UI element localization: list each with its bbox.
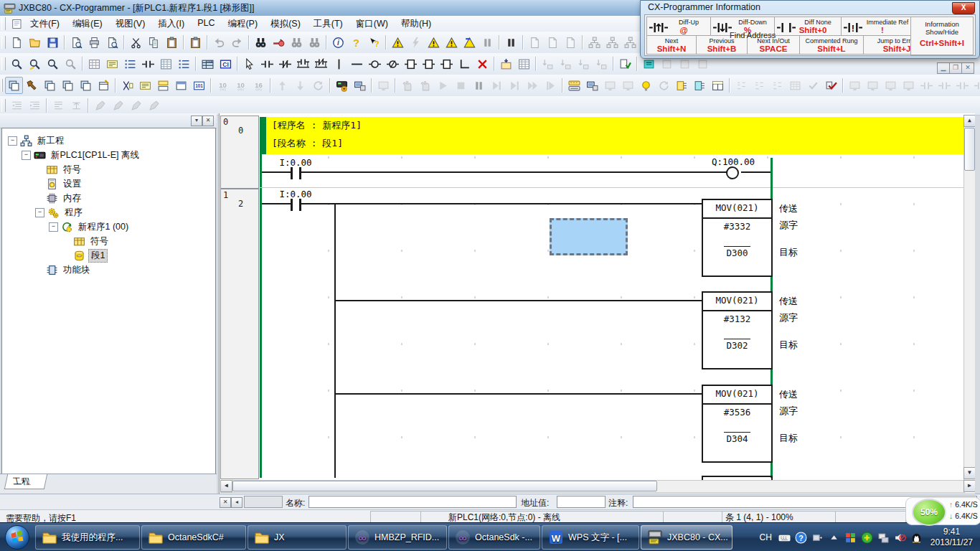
source-operand[interactable]: #3132: [703, 314, 771, 324]
shortcut-Diff None[interactable]: Diff NoneShift+0: [774, 17, 842, 36]
tree-item-label[interactable]: 符号: [88, 235, 110, 248]
output-coil[interactable]: [726, 166, 739, 179]
tree-item-内存[interactable]: 内存: [2, 192, 83, 205]
zoom-out-button[interactable]: [44, 55, 62, 72]
child-minimize-button[interactable]: ▁: [937, 62, 950, 74]
tree-item-符号[interactable]: 符号: [2, 235, 110, 248]
program-check-button[interactable]: [616, 55, 634, 72]
name-input[interactable]: [308, 496, 517, 508]
zoom-in-button[interactable]: [8, 55, 26, 72]
selection-mode-button[interactable]: [240, 55, 258, 72]
ime-pad-tray-icon[interactable]: [844, 532, 857, 544]
print-preview-button[interactable]: [103, 34, 121, 51]
taskbar-button-WPS 文字 - [...[interactable]: WWPS 文字 - [...: [542, 525, 639, 550]
window-cascade-button[interactable]: [5, 77, 23, 94]
tree-expander[interactable]: −: [8, 136, 17, 146]
tree-item-label[interactable]: 功能块: [61, 264, 93, 276]
error-save-button[interactable]: [443, 34, 461, 51]
key-monitor-button[interactable]: [565, 77, 583, 94]
workspace-tree-button[interactable]: [175, 55, 193, 72]
tree-item-label[interactable]: 设置: [61, 178, 83, 190]
vertical-line-button[interactable]: [330, 55, 348, 72]
mdi-child-icon[interactable]: [11, 19, 24, 29]
child-close-button[interactable]: ✕: [961, 62, 974, 74]
find-button[interactable]: [252, 34, 270, 51]
tree-item-功能块[interactable]: 功能块: [2, 263, 93, 277]
rung-annotation-button[interactable]: [121, 55, 139, 72]
ci-view-button[interactable]: CI: [217, 55, 235, 72]
open-file-button[interactable]: [26, 34, 44, 51]
monitor-block-button[interactable]: [157, 55, 175, 72]
ladder-editor[interactable]: 0012[程序名 : 新程序1][段名称 : 段1]I:0.00Q:100.00…: [219, 113, 975, 494]
shortcut-Commented Rung[interactable]: Commented RungShift+L: [799, 35, 864, 55]
help-button[interactable]: ?: [347, 34, 365, 51]
shortcut-Diff-Up[interactable]: Diff-Up@: [646, 17, 711, 36]
pc-plc-link-button[interactable]: [583, 77, 601, 94]
menu-1[interactable]: 文件(F): [24, 17, 66, 32]
tree-expander[interactable]: −: [22, 151, 31, 160]
tree-item-label[interactable]: 符号: [61, 164, 83, 176]
comment-list-button[interactable]: [136, 77, 154, 94]
watch-cyan-button[interactable]: [691, 77, 709, 94]
tree-item-label[interactable]: 程序: [62, 207, 85, 219]
destination-operand[interactable]: D300: [703, 248, 771, 258]
mov-block-3[interactable]: MOV(021)#3536D304: [702, 385, 773, 463]
new-inverted-instruction-button[interactable]: [438, 55, 456, 72]
shortcut-Next[interactable]: NextShift+N: [646, 35, 697, 55]
address-input[interactable]: [557, 496, 606, 508]
mov-block-2[interactable]: MOV(021)#3132D302: [702, 291, 773, 369]
new-coil-button[interactable]: [366, 55, 384, 72]
taskbar-button-HMBZP_RFID...[interactable]: ∞HMBZP_RFID...: [348, 525, 447, 550]
check-run-button[interactable]: [822, 77, 840, 94]
coil-operand[interactable]: Q:100.00: [710, 156, 757, 167]
window-link-button[interactable]: [77, 77, 95, 94]
menu-10[interactable]: 帮助(H): [395, 17, 438, 32]
taskbar-clock[interactable]: 9:41 2013/11/27: [930, 527, 973, 548]
scroll-up-button[interactable]: ▲: [963, 115, 975, 127]
symbol-bar-close-button[interactable]: ✕: [220, 497, 231, 508]
help-tray-icon[interactable]: ?: [795, 532, 807, 544]
pause-button[interactable]: [502, 34, 520, 51]
cross-reference-button[interactable]: [118, 77, 136, 94]
delete-segment-button[interactable]: [473, 55, 491, 72]
menu-6[interactable]: 编程(P): [221, 17, 264, 32]
new-closed-contact-button[interactable]: [276, 55, 294, 72]
error-find-button[interactable]: [425, 34, 443, 51]
tree-expander[interactable]: −: [49, 222, 58, 232]
menu-7[interactable]: 模拟(S): [264, 17, 307, 32]
taskbar-button-OctaneSdk -...[interactable]: ∞OctaneSdk -...: [448, 525, 540, 550]
menu-8[interactable]: 工具(T): [307, 17, 349, 32]
line-corner-button[interactable]: [456, 55, 473, 72]
about-button[interactable]: i: [329, 34, 347, 51]
horizontal-line-button[interactable]: [348, 55, 366, 72]
menu-2[interactable]: 编辑(E): [66, 17, 109, 32]
zoom-region-button[interactable]: [26, 55, 44, 72]
new-closed-coil-button[interactable]: [384, 55, 402, 72]
symbol-bar-back-button[interactable]: ◂: [231, 497, 242, 508]
popup-close-button[interactable]: X: [952, 2, 975, 14]
menu-9[interactable]: 窗口(W): [349, 17, 395, 32]
contact-operand[interactable]: I:0.00: [278, 157, 314, 168]
new-instruction-button[interactable]: [402, 55, 420, 72]
menu-5[interactable]: PLC: [191, 17, 221, 32]
window-transfer-button[interactable]: [59, 77, 77, 94]
network-tray-icon[interactable]: [877, 532, 890, 544]
watch-window-button[interactable]: [709, 77, 727, 94]
tree-item-新PLC1[CP1L-E] 离线[interactable]: −新PLC1[CP1L-E] 离线: [2, 149, 141, 162]
rung-comment-button[interactable]: [103, 55, 121, 72]
net-speed-overlay[interactable]: 50% ↑ 6.4K/S ↓ 6.4K/S: [905, 497, 980, 525]
tree-collapse-button[interactable]: ▾: [191, 116, 202, 126]
work-online-simulator-button[interactable]: [333, 77, 351, 94]
shortcut-Immediate Ref[interactable]: !Immediate Ref!: [841, 17, 914, 36]
error-transfer-button[interactable]: [461, 34, 479, 51]
address-reference-tool-button[interactable]: [270, 34, 288, 51]
tree-item-符号[interactable]: 符号: [2, 163, 83, 176]
paste-button[interactable]: [163, 34, 181, 51]
print-button[interactable]: [85, 34, 103, 51]
tree-item-label[interactable]: 新程序1 (00): [76, 221, 131, 233]
taskbar-button-JX[interactable]: JX: [248, 525, 347, 550]
scroll-left-button[interactable]: ◀: [220, 480, 232, 492]
watch-yellow-button[interactable]: [673, 77, 691, 94]
section-list-button[interactable]: [154, 77, 172, 94]
new-or-closed-contact-button[interactable]: [312, 55, 330, 72]
